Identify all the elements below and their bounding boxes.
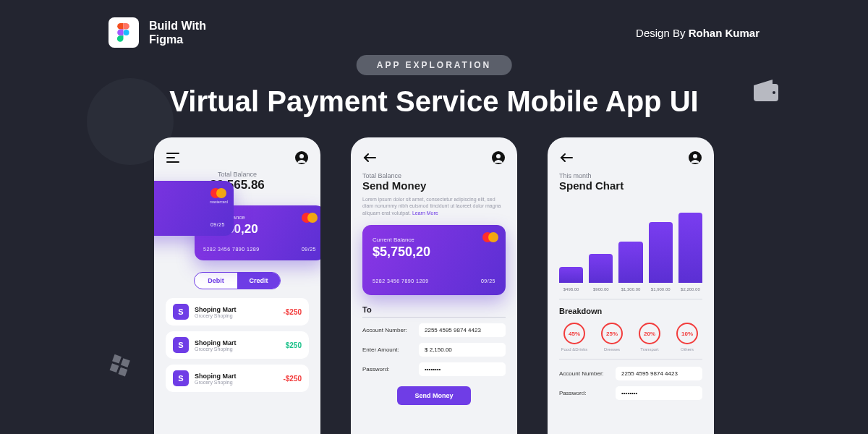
amount-input[interactable]: $ 2,150.00: [419, 343, 506, 357]
toggle-credit[interactable]: Credit: [237, 273, 280, 289]
send-money-button[interactable]: Send Money: [397, 386, 470, 405]
breakdown-title: Breakdown: [559, 307, 702, 315]
svg-point-16: [693, 154, 697, 158]
svg-point-13: [496, 154, 501, 158]
chart-bar: [589, 254, 613, 283]
account-number-label: Account Number:: [362, 327, 413, 333]
credit-card-floating[interactable]: mastercard Current Balance $5,750,20 528…: [154, 181, 234, 236]
screen-send-money: Total Balance Send Money Lorem ipsum dol…: [351, 137, 517, 434]
squares-icon: [107, 353, 132, 380]
merchant-icon: S: [173, 370, 189, 386]
account-number-label: Account Number:: [559, 370, 610, 377]
spend-bar-chart: [559, 203, 702, 283]
category-tag: APP EXPLORATION: [357, 55, 512, 75]
screen-home: Total Balance $3,565.86 mastercard Curre…: [154, 137, 320, 434]
svg-point-0: [124, 30, 129, 35]
credit-card[interactable]: Current Balance $5,750,20 5282 3456 7890…: [362, 225, 506, 295]
card-type-toggle[interactable]: Debit Credit: [194, 272, 281, 289]
merchant-icon: S: [173, 304, 189, 320]
breakdown-item: 20%Transport: [634, 323, 665, 352]
transaction-amount: $250: [286, 341, 302, 349]
transaction-row[interactable]: S Shoping MartGrocery Shoping -$250: [166, 298, 309, 326]
chart-x-labels: $498.00$900.00$1,300.00$1,900.00$2,200.0…: [559, 287, 702, 292]
profile-icon[interactable]: [688, 150, 702, 165]
profile-icon[interactable]: [491, 150, 506, 165]
back-icon[interactable]: [559, 150, 574, 165]
chart-bar: [678, 213, 702, 283]
svg-rect-2: [112, 354, 122, 364]
svg-point-10: [299, 154, 304, 158]
chart-bar: [649, 222, 673, 283]
screen-title: Spend Chart: [559, 179, 702, 192]
password-input[interactable]: ••••••••: [616, 386, 702, 400]
screen-title: Send Money: [362, 179, 506, 192]
chart-tick-label: $900.00: [589, 287, 613, 292]
password-label: Password:: [559, 390, 610, 396]
breakdown-item: 10%Others: [672, 323, 702, 352]
amount-label: Enter Amount:: [362, 346, 413, 353]
chart-bar: [618, 242, 642, 283]
total-balance-label: Total Balance: [166, 171, 309, 178]
figma-logo-icon: [109, 17, 139, 48]
brand-line2: Figma: [149, 33, 206, 46]
transaction-amount: -$250: [283, 308, 302, 316]
wallet-icon: [752, 78, 781, 107]
chart-tick-label: $2,200.00: [678, 287, 702, 292]
chart-tick-label: $1,300.00: [618, 287, 642, 292]
screen-spend-chart: This month Spend Chart $498.00$900.00$1,…: [548, 137, 714, 434]
page-title: Virtual Payment Service Mobile App UI: [169, 85, 698, 118]
merchant-icon: S: [173, 337, 189, 353]
total-balance-label: Total Balance: [362, 172, 506, 179]
to-label: To: [362, 305, 506, 318]
learn-more-link[interactable]: Learn More: [412, 210, 438, 216]
period-label: This month: [559, 172, 702, 179]
divider: [559, 299, 702, 299]
menu-icon[interactable]: [166, 150, 180, 165]
chart-tick-label: $1,900.00: [649, 287, 673, 292]
svg-rect-5: [118, 367, 127, 377]
chart-bar: [559, 267, 583, 283]
brand-line1: Build With: [149, 19, 206, 33]
password-input[interactable]: ••••••••: [419, 362, 506, 376]
svg-rect-3: [121, 358, 130, 367]
transaction-row[interactable]: S Shoping MartGrocery Shoping -$250: [166, 365, 309, 392]
toggle-debit[interactable]: Debit: [195, 273, 237, 289]
profile-icon[interactable]: [294, 150, 309, 165]
description-text: Lorem ipsum dolor sit amet, consectetur …: [362, 196, 506, 216]
svg-rect-4: [110, 363, 119, 373]
back-icon[interactable]: [362, 150, 377, 165]
transaction-row[interactable]: S Shoping MartGrocery Shoping $250: [166, 331, 309, 359]
author-credit: Design By Rohan Kumar: [636, 27, 760, 39]
breakdown-item: 45%Food &Drinks: [559, 323, 590, 352]
transaction-amount: -$250: [283, 375, 302, 383]
svg-point-1: [773, 91, 775, 94]
divider: [559, 359, 702, 359]
password-label: Password:: [362, 366, 413, 373]
account-number-input[interactable]: 2255 4595 9874 4423: [419, 323, 506, 337]
brand: Build With Figma: [109, 17, 206, 48]
breakdown-item: 25%Dresses: [597, 323, 627, 352]
account-number-input[interactable]: 2255 4595 9874 4423: [616, 367, 702, 380]
chart-tick-label: $498.00: [559, 287, 583, 292]
